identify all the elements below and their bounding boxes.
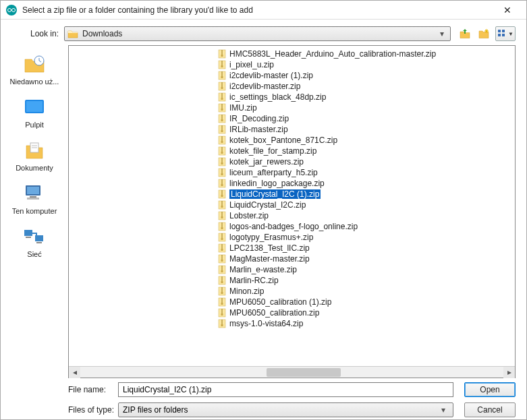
file-row[interactable]: linkedin_logo_package.zip <box>69 178 515 189</box>
file-row[interactable]: LiquidCrystal_I2C.zip <box>69 200 515 210</box>
file-row[interactable]: kotek_file_for_stamp.zip <box>69 146 515 156</box>
file-type-combo[interactable]: ZIP files or folders ▾ <box>118 402 453 417</box>
file-name: i_pixel_u.zip <box>229 60 274 69</box>
documents-icon <box>22 140 47 161</box>
svg-rect-47 <box>221 130 223 132</box>
svg-rect-18 <box>30 196 36 198</box>
scroll-thumb[interactable] <box>267 368 341 377</box>
file-row[interactable]: kotek_box_Pantone_871C.zip <box>69 135 515 146</box>
svg-rect-26 <box>221 55 223 57</box>
svg-rect-50 <box>221 141 223 143</box>
open-button[interactable]: Open <box>464 382 516 397</box>
file-name: LiquidCrystal_I2C.zip <box>229 200 306 210</box>
file-name: i2cdevlib-master.zip <box>229 82 300 91</box>
scroll-track[interactable] <box>80 367 503 378</box>
file-row[interactable]: kotek_jar_rewers.zip <box>69 156 515 167</box>
svg-rect-17 <box>27 187 39 194</box>
file-row[interactable]: i2cdevlib-master.zip <box>69 81 515 92</box>
scroll-left-arrow[interactable]: ◂ <box>69 367 80 378</box>
svg-rect-56 <box>221 162 223 164</box>
file-name: logos-and-badges_f-logo_online.zip <box>229 222 358 231</box>
sidebar-item-label: Sieć <box>5 250 64 258</box>
file-name: LiquidCrystal_I2C (1).zip <box>229 189 321 199</box>
svg-rect-6 <box>498 30 501 32</box>
svg-point-0 <box>8 8 11 11</box>
look-in-combo[interactable]: Downloads ▾ <box>64 26 451 41</box>
svg-rect-62 <box>221 184 223 186</box>
horizontal-scrollbar[interactable]: ◂ ▸ <box>69 366 515 378</box>
file-row[interactable]: MPU6050_calibration.zip <box>69 307 515 318</box>
svg-rect-38 <box>221 98 223 100</box>
look-in-value: Downloads <box>82 29 437 38</box>
file-name: HMC5883L_Header_Arduino_Auto_calibration… <box>229 49 436 59</box>
computer-icon <box>22 183 47 204</box>
file-name: IR_Decoding.zip <box>229 114 289 123</box>
dialog-bottom: File name: Open Files of type: ZIP files… <box>1 378 526 420</box>
file-list[interactable]: HMC5883L_Header_Arduino_Auto_calibration… <box>69 46 515 366</box>
file-row[interactable]: logos-and-badges_f-logo_online.zip <box>69 221 515 232</box>
sidebar-item-label: Ten komputer <box>5 207 64 215</box>
file-name: kotek_jar_rewers.zip <box>229 157 304 167</box>
sidebar-item-recent[interactable]: Niedawno uż... <box>5 53 64 86</box>
svg-rect-22 <box>26 237 31 238</box>
svg-rect-41 <box>221 109 223 111</box>
file-name: Marlin_e-waste.zip <box>229 265 297 274</box>
file-name: msys-1.0-vista64.zip <box>229 319 303 328</box>
file-row[interactable]: liceum_afterparty_h5.zip <box>69 167 515 178</box>
view-menu-button[interactable]: ▼ <box>495 26 516 41</box>
file-row[interactable]: MPU6050_calibration (1).zip <box>69 297 515 307</box>
dialog-toolbar: ▼ <box>457 26 516 41</box>
file-row[interactable]: Lobster.zip <box>69 210 515 221</box>
close-button[interactable]: ✕ <box>494 5 521 16</box>
file-name: kotek_box_Pantone_871C.zip <box>229 136 337 145</box>
file-row[interactable]: ic_settings_black_48dp.zip <box>69 92 515 102</box>
file-row[interactable]: i2cdevlib-master (1).zip <box>69 70 515 81</box>
file-row[interactable]: Marlin-RC.zip <box>69 275 515 286</box>
file-row[interactable]: Minon.zip <box>69 286 515 297</box>
scroll-right-arrow[interactable]: ▸ <box>503 367 515 378</box>
sidebar-item-label: Niedawno uż... <box>5 78 64 86</box>
places-sidebar: Niedawno uż... Pulpit Dokumenty Ten komp… <box>1 45 68 378</box>
file-name-input[interactable] <box>118 382 453 397</box>
file-row[interactable]: Marlin_e-waste.zip <box>69 264 515 275</box>
file-list-area: HMC5883L_Header_Arduino_Auto_calibration… <box>68 45 516 378</box>
svg-rect-80 <box>221 249 223 251</box>
cancel-button[interactable]: Cancel <box>464 402 516 417</box>
file-row[interactable]: MagMaster-master.zip <box>69 253 515 264</box>
file-row[interactable]: HMC5883L_Header_Arduino_Auto_calibration… <box>69 49 515 59</box>
file-name: IMU.zip <box>229 103 257 113</box>
sidebar-item-documents[interactable]: Dokumenty <box>5 140 64 172</box>
file-name: kotek_file_for_stamp.zip <box>229 146 316 156</box>
svg-rect-32 <box>221 76 223 78</box>
file-row[interactable]: LiquidCrystal_I2C (1).zip <box>69 189 515 200</box>
chevron-down-icon: ▾ <box>437 29 447 38</box>
arduino-app-icon <box>6 5 17 16</box>
file-name: MPU6050_calibration.zip <box>229 308 319 318</box>
file-row[interactable]: IR_Decoding.zip <box>69 113 515 124</box>
file-name: Marlin-RC.zip <box>229 276 279 285</box>
sidebar-item-network[interactable]: Sieć <box>5 226 64 258</box>
file-row[interactable]: LPC2138_Test_lIC.zip <box>69 243 515 253</box>
file-row[interactable]: logotypy_Erasmus+.zip <box>69 232 515 243</box>
file-name: linkedin_logo_package.zip <box>229 179 325 188</box>
file-row[interactable]: IMU.zip <box>69 102 515 113</box>
title-bar: Select a zip file or a folder containing… <box>1 1 526 20</box>
look-in-label: Look in: <box>11 29 64 38</box>
svg-point-1 <box>12 8 16 11</box>
sidebar-item-desktop[interactable]: Pulpit <box>5 96 64 129</box>
up-one-level-button[interactable] <box>457 26 472 41</box>
file-row[interactable]: IRLib-master.zip <box>69 124 515 135</box>
sidebar-item-computer[interactable]: Ten komputer <box>5 183 64 215</box>
file-row[interactable]: i_pixel_u.zip <box>69 59 515 70</box>
svg-rect-68 <box>221 206 223 208</box>
svg-rect-98 <box>221 313 223 316</box>
svg-rect-71 <box>221 216 223 218</box>
svg-rect-29 <box>221 65 223 67</box>
recent-icon <box>22 53 47 75</box>
new-folder-button[interactable] <box>476 26 491 41</box>
svg-rect-20 <box>24 230 32 236</box>
svg-rect-53 <box>221 152 223 154</box>
file-row[interactable]: msys-1.0-vista64.zip <box>69 318 515 329</box>
file-name: LPC2138_Test_lIC.zip <box>229 243 310 253</box>
sidebar-item-label: Pulpit <box>5 121 64 129</box>
